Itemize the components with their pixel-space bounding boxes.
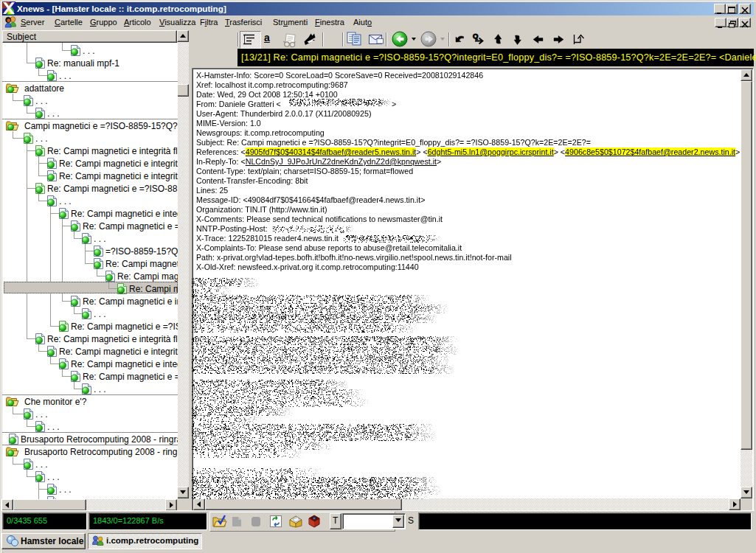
svg-text:. . .: . . . <box>35 133 48 144</box>
svg-text:Re: Campi magnetici e =?IS: Re: Campi magnetici e =?IS <box>83 372 178 382</box>
svg-text:Re: Campi magnetici e integrit: Re: Campi magnetici e integrità floppy <box>47 334 178 344</box>
svg-text:Re: Campi magnetici e integ: Re: Campi magnetici e integ <box>83 296 178 307</box>
svg-text:Re: Campi magnetici e integrit: Re: Campi magnetici e integrità <box>71 209 178 219</box>
svg-text:Brusaporto Retrocomputing 2008: Brusaporto Retrocomputing 2008 - ringraz… <box>24 447 178 457</box>
svg-text:. . .: . . . <box>94 234 106 244</box>
svg-text:Che monitor e'?: Che monitor e'? <box>24 397 87 407</box>
svg-text:Re: Campi magnetici e integrit: Re: Campi magnetici e integrità <box>71 359 178 369</box>
svg-text:. . .: . . . <box>94 384 106 394</box>
svg-text:Re: Campi magnetici e =?ISO-88: Re: Campi magnetici e =?ISO-8859-15 <box>47 184 178 194</box>
svg-text:Brusaporto Retrocomputing 2008: Brusaporto Retrocomputing 2008 - ringraz… <box>21 434 178 445</box>
svg-text:Re: Campi magnetici e integrit: Re: Campi magnetici e integrità floppy <box>47 146 178 156</box>
svg-text:. . .: . . . <box>47 108 60 119</box>
svg-text:. . .: . . . <box>35 409 48 420</box>
svg-text:Re: Campi magnetici e integrit: Re: Campi magnetici e integrità flop <box>59 159 178 169</box>
svg-text:adattatore: adattatore <box>24 83 64 94</box>
svg-text:Re: Campi magne: Re: Campi magne <box>117 271 178 282</box>
svg-text:. . .: . . . <box>47 422 60 432</box>
svg-text:=?ISO-8859-15?Q?R: =?ISO-8859-15?Q?R <box>105 246 178 257</box>
svg-text:. . .: . . . <box>59 196 72 206</box>
svg-text:Q: Q <box>473 32 478 40</box>
svg-text:Re: Campi magnetici e integrit: Re: Campi magnetici e integrità flop <box>59 171 178 181</box>
svg-text:Re: Campi magnetici: Re: Campi magnetici <box>105 259 178 269</box>
svg-text:. . .: . . . <box>59 71 72 81</box>
svg-text:. . .: . . . <box>35 459 48 470</box>
svg-text:. . .: . . . <box>35 96 48 106</box>
svg-text:. . .: . . . <box>83 46 95 56</box>
svg-text:Re: Campi magnetici e =?IS: Re: Campi magnetici e =?IS <box>83 221 178 232</box>
svg-text:Re: manuali mpf-1: Re: manuali mpf-1 <box>47 58 119 69</box>
svg-text:. . .: . . . <box>94 309 106 319</box>
svg-text:Re: Campi ma: Re: Campi ma <box>129 284 178 294</box>
svg-text:Re: Campi magnetici e =?ISO-8: Re: Campi magnetici e =?ISO-8 <box>71 321 178 332</box>
svg-text:Campi magnetici e =?ISO-8859-1: Campi magnetici e =?ISO-8859-15?Q?integr… <box>24 121 178 131</box>
svg-text:Re: Campi magnetici e integrit: Re: Campi magnetici e integrità flop <box>59 347 178 357</box>
svg-text:. . .: . . . <box>59 484 72 495</box>
svg-text:. . .: . . . <box>47 472 60 482</box>
